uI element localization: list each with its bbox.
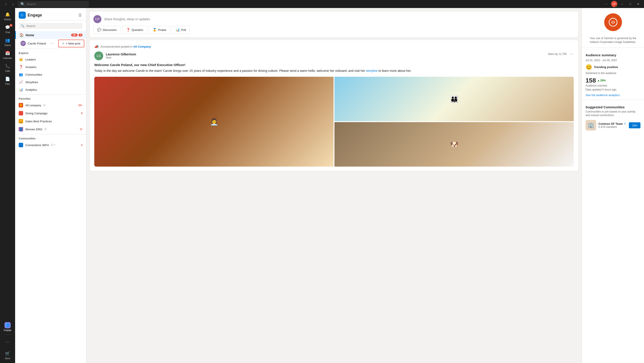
post-author-info: Laurence Gilbertson Now — [106, 52, 136, 59]
audience-reached: Audience reached — [586, 84, 640, 87]
home-badge-bell: 3 — [78, 34, 82, 36]
data-updated: Data updated 5 hours ago — [586, 88, 640, 91]
sidebar-search-input[interactable] — [26, 24, 80, 28]
rail-label-chat: Chat — [5, 31, 10, 34]
maximize-button[interactable]: □ — [627, 1, 633, 7]
poll-label: Poll — [181, 28, 186, 32]
fav-item-all-company[interactable]: 🔶 All company ⓘ 20+ — [15, 101, 86, 109]
engage-logo-glyph: 🔷 — [20, 13, 24, 17]
see-analytics-link[interactable]: See full audience analytics — [586, 94, 620, 97]
sentiment-info: Trending positive — [594, 66, 618, 69]
more-options-button[interactable]: ··· — [603, 1, 609, 7]
home-nav-item[interactable]: 🏠 Home 20+ 3 — [15, 31, 86, 39]
avatar[interactable]: CP — [611, 1, 617, 7]
carole-item[interactable]: CP Carole Poland ··· — [17, 39, 58, 48]
sidebar-search-icon: 🔍 — [21, 24, 24, 28]
engage-logo-big — [604, 13, 622, 31]
women-erg-verified: ⓘ — [44, 128, 47, 131]
feed: CP 💬 Discussion ❓ Question 🏅 Praise — [86, 8, 582, 363]
search-input[interactable] — [27, 2, 86, 6]
composer-input[interactable] — [104, 17, 574, 21]
composer-actions: 💬 Discussion ❓ Question 🏅 Praise 📊 Poll — [94, 26, 574, 34]
sidebar-item-engage[interactable]: 🔷 Engage — [1, 320, 14, 333]
dog-image-placeholder: 🐶 — [334, 122, 574, 166]
chat-badge: 1 — [10, 24, 12, 27]
suggested-title: Suggested Communities — [586, 105, 640, 109]
minimize-button[interactable]: – — [619, 1, 625, 7]
poll-button[interactable]: 📊 Poll — [172, 26, 190, 34]
post-time: Now — [106, 56, 136, 59]
sidebar-item-teams[interactable]: 👥 Teams — [1, 36, 14, 48]
women-erg-icon: 👤 — [19, 127, 23, 132]
post-title: Welcome Carole Poland, our new Chief Exe… — [94, 63, 574, 67]
poll-icon: 📊 — [176, 28, 180, 32]
communities-icon: 👥 — [19, 72, 23, 76]
all-company-count: 20+ — [78, 104, 82, 106]
family-image-placeholder: 👨‍👩‍👦 — [334, 77, 574, 121]
sidebar-item-calls[interactable]: 📞 Calls — [1, 62, 14, 74]
question-button[interactable]: ❓ Question — [122, 26, 147, 34]
rail-label-files: Files — [5, 83, 10, 85]
composer: CP 💬 Discussion ❓ Question 🏅 Praise — [90, 12, 578, 37]
praise-button[interactable]: 🏅 Praise — [149, 26, 170, 34]
fav-left: 🔶 All company ⓘ — [19, 103, 46, 108]
more-icon: ··· — [6, 340, 9, 344]
nav-item-analytics[interactable]: 📊 Analytics — [15, 86, 86, 94]
sidebar-item-chat[interactable]: 💬 Chat 1 — [1, 23, 14, 35]
answers-label: Answers — [25, 66, 36, 69]
sidebar-menu-button[interactable]: ☰ — [78, 12, 82, 18]
post-meta-text: Announcement posted in All Company — [100, 45, 151, 48]
fav-item-connections-wfh[interactable]: 🔵 Connections WFH ⓘ ✓ 6 — [15, 141, 86, 149]
all-company-icon: 🔶 — [19, 103, 23, 108]
audience-summary: Audience summary Jul 01, 2022 - Jul 28, … — [582, 50, 644, 100]
post-image-main[interactable]: 👩‍💼 — [94, 77, 334, 166]
close-button[interactable]: ✕ — [635, 1, 641, 7]
carole-more-button[interactable]: ··· — [50, 41, 55, 46]
home-badges: 20+ 3 — [71, 34, 82, 36]
separator-communities — [15, 134, 86, 134]
post-community[interactable]: All Company — [133, 45, 151, 48]
sidebar-item-activity[interactable]: 🔔 Activity — [1, 10, 14, 22]
post-image-dog[interactable]: 🐶 — [334, 122, 574, 166]
nav-item-answers[interactable]: ❓ Answers — [15, 63, 86, 71]
nav-item-leaders[interactable]: 👑 Leaders — [15, 56, 86, 63]
post-author-name[interactable]: Laurence Gilbertson — [106, 52, 136, 56]
join-button[interactable]: Join — [629, 122, 640, 128]
search-bar[interactable]: 🔍 — [18, 1, 89, 7]
fav-item-giving[interactable]: ❤️ Giving Campaign 8 — [15, 109, 86, 117]
audience-number: 158 ▲ 20% — [586, 77, 640, 84]
sidebar-item-calendar[interactable]: 📅 Calendar — [1, 48, 14, 61]
woman-image-placeholder: 👩‍💼 — [94, 77, 334, 166]
home-nav-left: 🏠 Home — [19, 33, 34, 37]
post-image-family[interactable]: 👨‍👩‍👦 — [334, 77, 574, 121]
back-button[interactable]: ‹ — [3, 1, 9, 7]
sidebar-item-store[interactable]: 🛒 Store — [1, 349, 14, 361]
all-company-label: All company — [25, 104, 41, 107]
rail-label-teams: Teams — [4, 44, 11, 46]
nav-item-storylines[interactable]: 📈 Storylines — [15, 78, 86, 86]
post-more-button[interactable]: ⋯ — [569, 52, 574, 56]
fav-item-women-erg[interactable]: 👤 Women ERG ⓘ 17 — [15, 125, 86, 133]
title-bar: ‹ › 🔍 ··· CP – □ ✕ — [0, 0, 644, 8]
engage-svg-logo — [608, 17, 618, 28]
communities-label: Communities — [25, 73, 42, 76]
new-post-button[interactable]: + + New post — [58, 40, 84, 48]
carole-avatar: CP — [20, 41, 26, 46]
question-icon: ❓ — [126, 28, 130, 32]
sidebar-item-files[interactable]: 📄 Files — [1, 74, 14, 87]
sidebar-item-more[interactable]: ··· — [1, 336, 14, 348]
fav-item-sales[interactable]: 🏆 Sales Best Practices — [15, 117, 86, 125]
praise-icon: 🏅 — [152, 28, 157, 32]
sentiment-row: 😊 Trending positive — [586, 64, 640, 70]
engage-icon: 🔷 — [5, 323, 10, 328]
nav-item-communities[interactable]: 👥 Communities — [15, 71, 86, 78]
forward-button[interactable]: › — [10, 1, 16, 7]
arrow-up-icon: ▲ — [597, 79, 600, 82]
discussion-button[interactable]: 💬 Discussion — [94, 26, 120, 34]
sidebar-search-container[interactable]: 🔍 — [19, 23, 82, 29]
left-rail: 🔔 Activity 💬 Chat 1 👥 Teams 📅 Calendar 📞… — [0, 8, 15, 363]
community-members: 5,476 members — [598, 126, 627, 128]
storyline-link[interactable]: storyline — [366, 69, 378, 72]
women-erg-count: 17 — [80, 128, 82, 130]
post-header-meta: 📣 Announcement posted in All Company — [94, 44, 574, 49]
